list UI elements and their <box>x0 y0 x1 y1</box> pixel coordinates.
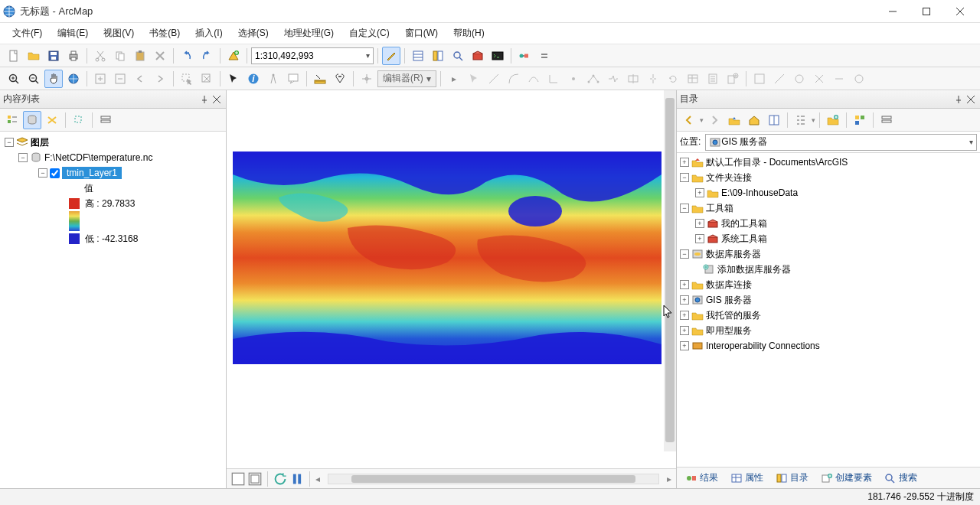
editor-menu[interactable]: 编辑器(R) ▾ <box>377 70 436 87</box>
save-icon[interactable] <box>44 47 63 65</box>
scrollbar-thumb[interactable] <box>665 98 675 442</box>
window-maximize-button[interactable] <box>910 1 943 22</box>
tree-collapse-icon[interactable]: − <box>5 138 14 147</box>
hyperlink-icon[interactable] <box>264 70 283 88</box>
measure-icon[interactable] <box>311 70 329 88</box>
catalog-folder-connections[interactable]: 文件夹连接 <box>706 171 752 184</box>
tree-expand-icon[interactable]: + <box>680 311 689 320</box>
attributes-icon[interactable] <box>684 70 702 88</box>
go-forward-extent-icon[interactable] <box>151 70 169 88</box>
catalog-system-toolbox[interactable]: 系统工具箱 <box>721 233 767 246</box>
pan-icon[interactable] <box>44 70 63 88</box>
tree-expand-icon[interactable]: + <box>680 341 689 350</box>
catalog-database-servers[interactable]: 数据库服务器 <box>706 248 761 261</box>
straight-segment-icon[interactable] <box>485 70 503 88</box>
catalog-folder-1[interactable]: E:\09-InhouseData <box>721 187 798 198</box>
model-builder-icon[interactable] <box>515 47 534 65</box>
toggle-type-icon[interactable] <box>851 111 869 129</box>
copy-icon[interactable] <box>111 47 129 65</box>
menu-view[interactable]: 视图(V) <box>97 24 140 42</box>
toc-layer-label[interactable]: tmin_Layer1 <box>62 167 122 179</box>
georef-icon-5[interactable] <box>830 70 848 88</box>
tab-attributes[interactable]: 属性 <box>725 469 769 487</box>
up-one-level-icon[interactable] <box>725 111 743 129</box>
layer-visibility-checkbox[interactable] <box>50 168 60 178</box>
select-features-icon[interactable] <box>178 70 196 88</box>
tree-collapse-icon[interactable]: − <box>18 153 28 162</box>
split-icon[interactable] <box>644 70 662 88</box>
arc-toolbox-icon[interactable] <box>469 47 487 65</box>
arc-segment-icon[interactable] <box>505 70 523 88</box>
create-features-icon[interactable] <box>724 70 742 88</box>
forward-icon[interactable] <box>705 111 724 129</box>
open-icon[interactable] <box>24 47 43 65</box>
tree-expand-icon[interactable]: + <box>695 219 704 228</box>
tab-catalog[interactable]: 目录 <box>770 469 814 487</box>
add-data-icon[interactable] <box>224 47 243 65</box>
pause-drawing-icon[interactable] <box>290 472 304 486</box>
identify-icon[interactable]: i <box>244 70 263 88</box>
list-by-visibility-icon[interactable] <box>43 111 61 129</box>
georef-icon-3[interactable] <box>790 70 808 88</box>
map-canvas[interactable] <box>227 90 676 468</box>
select-elements-icon[interactable] <box>224 70 243 88</box>
find-icon[interactable] <box>331 70 349 88</box>
cut-polygons-icon[interactable] <box>624 70 642 88</box>
tab-search[interactable]: 搜索 <box>879 469 923 487</box>
html-popup-icon[interactable] <box>284 70 302 88</box>
tree-collapse-icon[interactable]: − <box>38 168 47 178</box>
menu-geoprocessing[interactable]: 地理处理(G) <box>278 24 340 42</box>
catalog-options-icon[interactable] <box>877 111 896 129</box>
georef-icon-4[interactable] <box>810 70 828 88</box>
pin-icon[interactable] <box>952 93 965 106</box>
menu-window[interactable]: 窗口(W) <box>399 24 444 42</box>
rotate-icon[interactable] <box>664 70 682 88</box>
dropdown-arrow-icon[interactable]: ▾ <box>700 116 704 124</box>
edit-tool-icon[interactable]: ▸ <box>445 70 463 88</box>
window-close-button[interactable] <box>943 1 977 22</box>
catalog-home-folder[interactable]: 默认工作目录 - Documents\ArcGIS <box>706 156 848 169</box>
scrollbar-thumb[interactable] <box>351 475 635 483</box>
menu-file[interactable]: 文件(F) <box>6 24 48 42</box>
horizontal-scrollbar[interactable] <box>328 474 659 484</box>
list-by-selection-icon[interactable] <box>70 111 88 129</box>
toc-root-label[interactable]: 图层 <box>31 136 49 149</box>
tree-collapse-icon[interactable]: − <box>680 204 689 213</box>
tree-collapse-icon[interactable]: − <box>680 173 689 182</box>
connect-folder-icon[interactable] <box>824 111 842 129</box>
tree-expand-icon[interactable]: + <box>680 158 689 167</box>
menu-bookmark[interactable]: 书签(B) <box>143 24 186 42</box>
home-icon[interactable] <box>745 111 763 129</box>
menu-select[interactable]: 选择(S) <box>232 24 275 42</box>
georef-icon[interactable] <box>750 70 769 88</box>
go-back-extent-icon[interactable] <box>131 70 149 88</box>
menu-customize[interactable]: 自定义(C) <box>343 24 396 42</box>
back-icon[interactable] <box>680 111 698 129</box>
zoom-out-icon[interactable] <box>24 70 43 88</box>
window-minimize-button[interactable] <box>876 1 910 22</box>
undo-icon[interactable] <box>178 47 196 65</box>
close-icon[interactable] <box>965 93 977 106</box>
fixed-zoom-out-icon[interactable] <box>111 70 129 88</box>
catalog-window-icon[interactable] <box>429 47 447 65</box>
edit-placement-icon[interactable] <box>465 70 483 88</box>
tab-create-features[interactable]: 创建要素 <box>815 469 877 487</box>
close-icon[interactable] <box>211 93 223 106</box>
tree-expand-icon[interactable]: + <box>680 280 689 289</box>
trace-icon[interactable] <box>524 70 543 88</box>
editor-toolbar-icon[interactable] <box>382 47 400 65</box>
toggle-contents-icon[interactable] <box>765 111 783 129</box>
vertical-scrollbar[interactable] <box>664 90 676 451</box>
tree-expand-icon[interactable]: + <box>680 295 689 305</box>
refresh-icon[interactable] <box>273 472 287 486</box>
catalog-add-db-server[interactable]: 添加数据库服务器 <box>717 263 791 276</box>
pin-icon[interactable] <box>198 93 211 106</box>
scroll-left-icon[interactable]: ◂ <box>315 474 320 484</box>
catalog-toolboxes[interactable]: 工具箱 <box>706 202 733 215</box>
paste-icon[interactable] <box>131 47 149 65</box>
search-window-icon[interactable] <box>449 47 467 65</box>
menu-insert[interactable]: 插入(I) <box>189 24 228 42</box>
catalog-gis-servers[interactable]: GIS 服务器 <box>706 294 752 307</box>
tree-collapse-icon[interactable]: − <box>680 249 689 259</box>
toc-dataset-label[interactable]: F:\NetCDF\temperature.nc <box>44 152 152 163</box>
